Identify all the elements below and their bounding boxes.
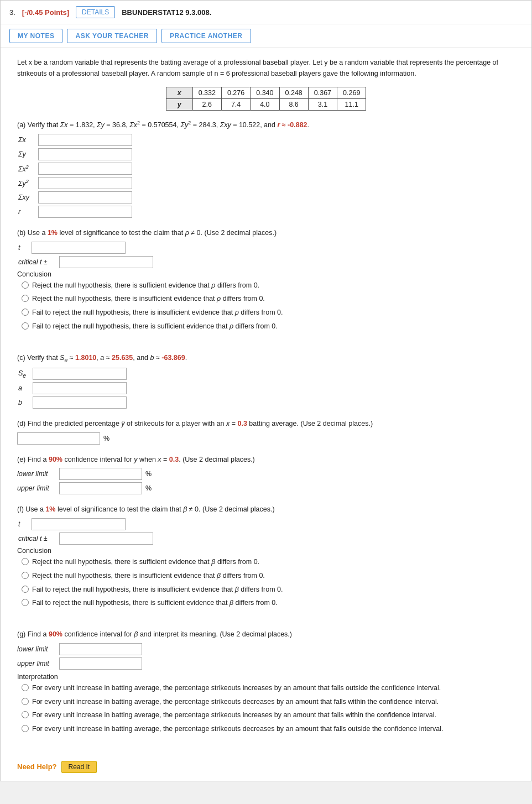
t-input[interactable]: [32, 242, 126, 254]
radio-g-1-text: For every unit increase in batting avera…: [32, 683, 441, 693]
g-upper-row: upper limit: [17, 657, 515, 670]
radio-g-1-input[interactable]: [22, 684, 29, 691]
se-label: Se: [18, 369, 30, 379]
radio-b-4-text: Fail to reject the null hypothesis, ther…: [32, 321, 278, 332]
g-upper-label: upper limit: [17, 660, 57, 667]
radio-g-2-input[interactable]: [22, 698, 29, 705]
problem-number: 3.: [9, 8, 15, 17]
e-upper-input[interactable]: [59, 482, 142, 494]
sum-y2-input[interactable]: [38, 177, 132, 189]
radio-b-4-input[interactable]: [22, 322, 29, 330]
b-row: b: [18, 396, 515, 409]
part-b-section: (b) Use a 1% level of significance to te…: [17, 228, 515, 332]
t-label: t: [18, 244, 29, 252]
radio-g-1: For every unit increase in batting avera…: [17, 683, 515, 693]
yhat-input[interactable]: [17, 432, 100, 445]
content-area: Let x be a random variable that represen…: [1, 48, 531, 755]
tf-row: t: [18, 518, 515, 530]
a-row: a: [18, 382, 515, 394]
r-input[interactable]: [38, 206, 132, 218]
part-d-label: (d) Find the predicted percentage ŷ of s…: [17, 419, 515, 429]
radio-f-4-text: Fail to reject the null hypothesis, ther…: [32, 598, 278, 608]
g-lower-row: lower limit: [17, 643, 515, 655]
sum-x-input[interactable]: [38, 134, 132, 146]
radio-f-1: Reject the null hypothesis, there is suf…: [17, 557, 515, 567]
radio-f-3-input[interactable]: [22, 586, 29, 593]
radio-b-4: Fail to reject the null hypothesis, ther…: [17, 321, 515, 332]
points-badge: [-/0.45 Points]: [22, 8, 69, 17]
sum-y2-label: Σy2: [18, 179, 36, 187]
part-d-input-row: %: [17, 432, 515, 445]
part-a-inputs: Σx Σy Σx2 Σy2 Σxy: [18, 134, 515, 218]
critical-t-input[interactable]: [59, 256, 153, 268]
a-input[interactable]: [33, 382, 127, 394]
se-input[interactable]: [33, 368, 127, 380]
radio-f-2-input[interactable]: [22, 572, 29, 579]
radio-g-2: For every unit increase in batting avera…: [17, 697, 515, 707]
radio-f-4: Fail to reject the null hypothesis, ther…: [17, 598, 515, 608]
radio-g-4-input[interactable]: [22, 725, 29, 732]
e-upper-label: upper limit: [17, 484, 57, 492]
radio-b-3: Fail to reject the null hypothesis, ther…: [17, 307, 515, 318]
radio-b-2-input[interactable]: [22, 295, 29, 302]
part-e-label: (e) Find a 90% confidence interval for y…: [17, 455, 515, 465]
sum-y-input[interactable]: [38, 148, 132, 160]
e-lower-row: lower limit %: [17, 468, 515, 480]
read-it-button[interactable]: Read It: [61, 761, 97, 773]
e-lower-unit: %: [145, 470, 152, 478]
radio-b-3-input[interactable]: [22, 309, 29, 316]
my-notes-button[interactable]: MY NOTES: [9, 29, 62, 43]
part-c-inputs: Se a b: [18, 368, 515, 409]
sum-x2-input[interactable]: [38, 163, 132, 175]
sum-x-label: Σx: [18, 136, 36, 144]
radio-f-1-input[interactable]: [22, 558, 29, 565]
b-label: b: [18, 399, 30, 406]
details-button[interactable]: DETAILS: [76, 6, 115, 18]
data-table: x 0.332 0.276 0.340 0.248 0.367 0.269 y …: [166, 87, 367, 111]
part-f-section: (f) Use a 1% level of significance to te…: [17, 504, 515, 608]
radio-g-3: For every unit increase in batting avera…: [17, 710, 515, 721]
sum-xy-label: Σxy: [18, 194, 36, 201]
e-lower-input[interactable]: [59, 468, 142, 480]
sum-xy-input[interactable]: [38, 191, 132, 203]
part-b-label: (b) Use a 1% level of significance to te…: [17, 228, 515, 238]
part-a-label: (a) Verify that Σx = 1.832, Σy = 36.8, Σ…: [17, 119, 515, 130]
g-upper-input[interactable]: [59, 657, 142, 670]
tf-label: t: [18, 520, 29, 528]
practice-another-button[interactable]: PRACTICE ANOTHER: [161, 29, 251, 43]
problem-text: Let x be a random variable that represen…: [17, 57, 515, 79]
part-c-label: (c) Verify that Se ≈ 1.8010, a ≈ 25.635,…: [17, 353, 515, 364]
g-lower-input[interactable]: [59, 643, 142, 655]
part-f-label: (f) Use a 1% level of significance to te…: [17, 504, 515, 515]
sum-y-row: Σy: [18, 148, 515, 160]
critical-t-label: critical t ±: [18, 258, 57, 266]
radio-g-3-text: For every unit increase in batting avera…: [32, 710, 436, 721]
tf-input[interactable]: [32, 518, 126, 530]
e-upper-unit: %: [145, 484, 152, 492]
e-upper-row: upper limit %: [17, 482, 515, 494]
radio-f-3: Fail to reject the null hypothesis, ther…: [17, 584, 515, 595]
radio-f-3-text: Fail to reject the null hypothesis, ther…: [32, 584, 283, 595]
b-input[interactable]: [33, 396, 127, 409]
radio-g-4: For every unit increase in batting avera…: [17, 724, 515, 734]
radio-f-4-input[interactable]: [22, 599, 29, 606]
a-label: a: [18, 384, 30, 392]
g-lower-label: lower limit: [17, 645, 57, 653]
radio-g-3-input[interactable]: [22, 711, 29, 718]
action-buttons-bar: MY NOTES ASK YOUR TEACHER PRACTICE ANOTH…: [1, 24, 531, 48]
radio-f-2-text: Reject the null hypothesis, there is ins…: [32, 571, 265, 581]
sum-x-row: Σx: [18, 134, 515, 146]
need-help-bar: Need Help? Read It: [1, 755, 531, 781]
yhat-unit: %: [103, 435, 109, 442]
need-help-label: Need Help?: [17, 763, 57, 771]
sum-y2-row: Σy2: [18, 177, 515, 189]
conclusion-label-f: Conclusion: [17, 547, 515, 555]
part-e-section: (e) Find a 90% confidence interval for y…: [17, 455, 515, 495]
radio-b-1-input[interactable]: [22, 281, 29, 289]
sum-x2-label: Σx2: [18, 164, 36, 173]
critical-tf-input[interactable]: [59, 532, 153, 545]
ask-teacher-button[interactable]: ASK YOUR TEACHER: [67, 29, 157, 43]
interpretation-label: Interpretation: [17, 673, 515, 681]
part-c-section: (c) Verify that Se ≈ 1.8010, a ≈ 25.635,…: [17, 353, 515, 409]
radio-b-2-text: Reject the null hypothesis, there is ins…: [32, 294, 265, 304]
